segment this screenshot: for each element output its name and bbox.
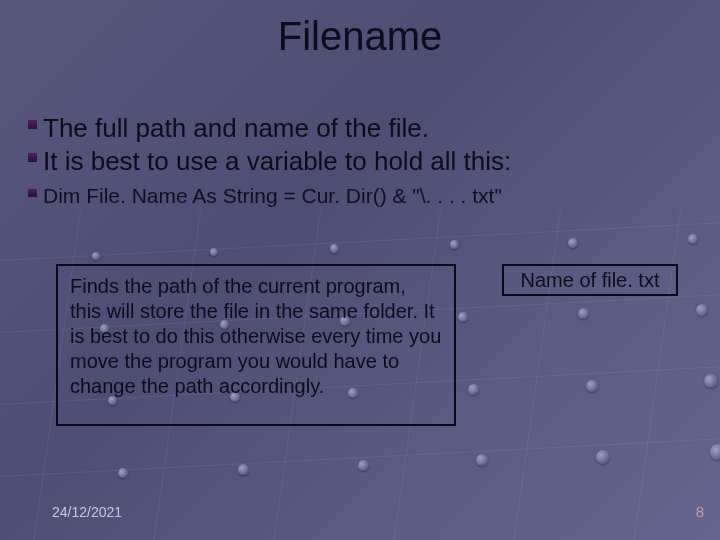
footer-date: 24/12/2021 [52,504,122,520]
bullet-item: The full path and name of the file. [28,112,692,145]
footer-page-number: 8 [696,503,704,520]
bullet-text: It is best to use a variable to hold all… [43,145,511,178]
slide-body: The full path and name of the file. It i… [28,112,692,209]
slide: Filename The full path and name of the f… [0,0,720,540]
bullet-text-code: Dim File. Name As String = Cur. Dir() & … [43,183,502,209]
bullet-icon [28,120,37,129]
callout-main: Finds the path of the current program, t… [56,264,456,426]
bullet-text: The full path and name of the file. [43,112,429,145]
bullet-item: It is best to use a variable to hold all… [28,145,692,178]
slide-title: Filename [0,14,720,59]
callout-side: Name of file. txt [502,264,678,296]
bullet-item-sub: Dim File. Name As String = Cur. Dir() & … [28,183,692,209]
bullet-icon [28,189,37,197]
bullet-icon [28,153,37,162]
